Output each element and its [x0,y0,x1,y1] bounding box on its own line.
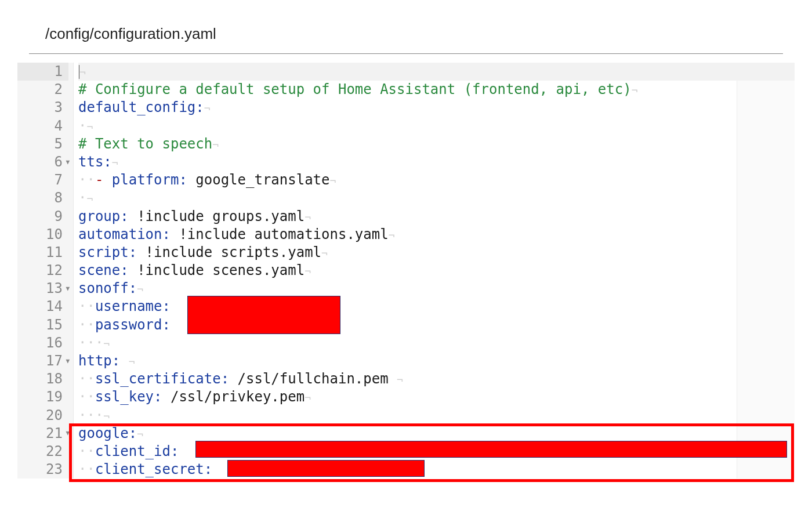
code-line[interactable]: ¬ [78,63,795,81]
line-number: 5 [17,135,68,153]
line-number: 17▼ [17,352,68,370]
redaction-block [227,460,425,477]
code-line[interactable]: ···¬ [78,407,795,425]
code-line[interactable]: default_config:¬ [78,99,795,117]
line-number: 3 [17,99,68,117]
line-number: 15 [17,316,68,334]
line-number: 2 [17,81,68,99]
line-number: 19 [17,388,68,406]
line-number: 22 [17,443,68,461]
code-line[interactable]: script: !include scripts.yaml¬ [78,244,795,262]
code-line[interactable]: group: !include groups.yaml¬ [78,208,795,226]
redaction-block [187,296,340,334]
line-number: 21▼ [17,425,68,443]
line-number-gutter: 1 2 3 4 5 6▼ 7 8 9 10 11 12 13▼ 14 15 16… [17,63,74,479]
line-number: 10 [17,226,68,244]
code-line[interactable]: ··username: [78,298,795,316]
line-number: 16 [17,334,68,352]
editor[interactable]: 1 2 3 4 5 6▼ 7 8 9 10 11 12 13▼ 14 15 16… [17,63,795,479]
code-line[interactable]: ·¬ [78,189,795,207]
line-number: 8 [17,189,68,207]
line-number: 13▼ [17,280,68,298]
redaction-block [195,441,787,458]
file-path: /config/configuration.yaml [45,25,767,43]
code-line[interactable]: ··password: [78,316,795,334]
code-line[interactable]: ··- platform: google_translate¬ [78,171,795,189]
file-header: /config/configuration.yaml [29,15,783,54]
code-line[interactable]: tts:¬ [78,153,795,171]
line-number: 9 [17,208,68,226]
line-number: 1 [17,63,68,81]
fold-icon[interactable]: ▼ [66,153,70,171]
line-number: 20 [17,407,68,425]
code-line[interactable]: ··ssl_certificate: /ssl/fullchain.pem ¬ [78,370,795,388]
code-line[interactable]: # Text to speech¬ [78,135,795,153]
line-number: 18 [17,370,68,388]
fold-icon[interactable]: ▼ [66,280,70,298]
line-number: 12 [17,262,68,280]
line-number: 23 [17,461,68,479]
code-area[interactable]: ¬ # Configure a default setup of Home As… [74,63,795,479]
code-line[interactable]: sonoff:¬ [78,280,795,298]
code-line[interactable]: automation: !include automations.yaml¬ [78,226,795,244]
code-line[interactable]: # Configure a default setup of Home Assi… [78,81,795,99]
fold-icon[interactable]: ▼ [66,425,70,443]
line-number: 4 [17,117,68,135]
code-line[interactable]: google:¬ [78,425,795,443]
line-number: 14 [17,298,68,316]
code-line[interactable]: ···¬ [78,334,795,352]
fold-icon[interactable]: ▼ [66,352,70,370]
code-line[interactable]: ·¬ [78,117,795,135]
code-line[interactable]: ··client_secret: [78,461,795,479]
line-number: 11 [17,244,68,262]
line-number: 6▼ [17,153,68,171]
code-line[interactable]: scene: !include scenes.yaml¬ [78,262,795,280]
line-number: 7 [17,171,68,189]
code-line[interactable]: http: ¬ [78,352,795,370]
code-line[interactable]: ··ssl_key: /ssl/privkey.pem¬ [78,388,795,406]
